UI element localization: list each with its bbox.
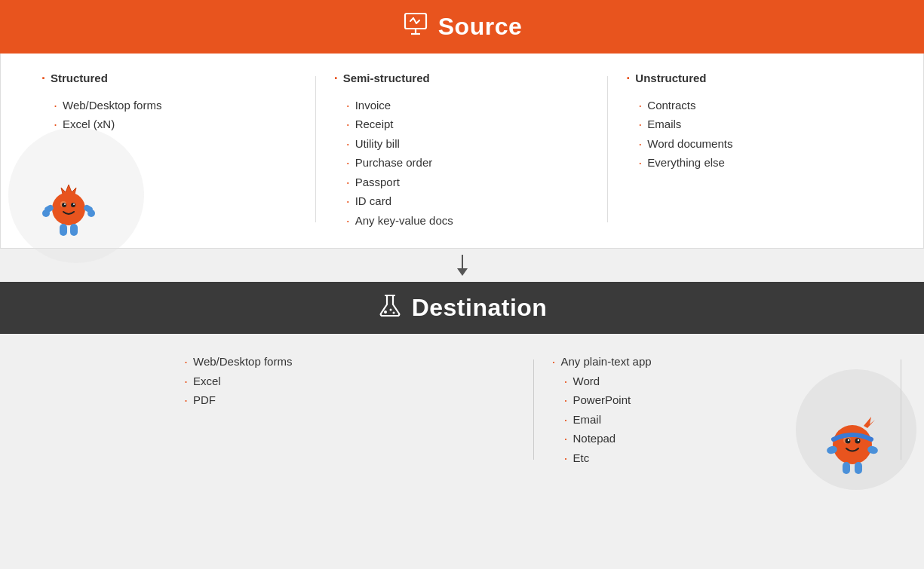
presentation-icon <box>402 11 429 43</box>
arrow-down <box>457 255 468 276</box>
svg-point-15 <box>87 210 95 217</box>
source-content: Structured Web/Desktop forms Excel (xN) … <box>0 54 924 249</box>
semi-item-3: Purchase order <box>331 153 594 173</box>
semi-item-0: Invoice <box>331 96 594 115</box>
main-container: Source <box>0 0 924 569</box>
arrow-container <box>0 249 924 282</box>
svg-point-10 <box>64 203 66 205</box>
arrow-line <box>462 255 463 268</box>
source-title: Source <box>438 13 522 41</box>
svg-rect-31 <box>855 462 862 474</box>
dest-item-1: Excel <box>181 372 519 391</box>
arrow-head <box>457 268 468 276</box>
svg-rect-30 <box>843 462 850 474</box>
svg-line-4 <box>413 18 416 23</box>
semi-title: Semi-structured <box>331 69 594 88</box>
semi-item-6: Any key-value docs <box>331 211 594 231</box>
svg-point-27 <box>858 439 859 441</box>
svg-point-8 <box>62 203 66 207</box>
unstructured-item-0: Contracts <box>623 96 886 115</box>
destination-content: Web/Desktop forms Excel PDF Any plain-te… <box>0 334 924 482</box>
structured-item-0: Web/Desktop forms <box>38 96 301 115</box>
destination-header: Destination <box>0 282 924 334</box>
mascot-right <box>818 403 886 479</box>
svg-point-22 <box>833 425 872 464</box>
destination-title: Destination <box>412 294 548 322</box>
svg-point-9 <box>71 203 75 207</box>
svg-point-13 <box>42 210 50 217</box>
svg-point-26 <box>848 439 849 441</box>
dest-item-2: PDF <box>181 390 519 410</box>
structured-title: Structured <box>38 69 301 88</box>
unstructured-title: Unstructured <box>623 69 886 88</box>
source-column-unstructured: Unstructured Contracts Emails Word docum… <box>608 69 901 230</box>
unstructured-item-2: Word documents <box>623 134 886 154</box>
source-header: Source <box>0 0 924 54</box>
dest-item-word: Word <box>549 372 887 391</box>
dest-item-any-app: Any plain-text app <box>549 352 887 372</box>
svg-point-6 <box>52 192 85 225</box>
svg-point-25 <box>855 439 861 444</box>
svg-point-19 <box>384 311 387 314</box>
destination-section: Destination Web/Desktop forms Excel PDF … <box>0 282 924 569</box>
mascot-left <box>38 173 99 240</box>
semi-item-4: Passport <box>331 173 594 192</box>
svg-point-11 <box>73 203 75 205</box>
semi-item-5: ID card <box>331 191 594 211</box>
svg-rect-17 <box>70 224 78 236</box>
svg-point-24 <box>846 439 851 444</box>
source-column-semi: Semi-structured Invoice Receipt Utility … <box>316 69 609 230</box>
structured-item-1: Excel (xN) <box>38 115 301 134</box>
destination-column-1: Web/Desktop forms Excel PDF <box>166 352 534 467</box>
svg-point-20 <box>389 309 391 311</box>
flask-icon <box>377 292 403 323</box>
unstructured-item-1: Emails <box>623 115 886 134</box>
svg-rect-16 <box>60 224 67 236</box>
unstructured-item-3: Everything else <box>623 153 886 173</box>
dest-item-0: Web/Desktop forms <box>181 352 519 372</box>
source-section: Source <box>0 0 924 249</box>
semi-item-1: Receipt <box>331 115 594 134</box>
svg-line-5 <box>416 20 419 23</box>
svg-point-21 <box>392 312 394 314</box>
semi-item-2: Utility bill <box>331 134 594 154</box>
